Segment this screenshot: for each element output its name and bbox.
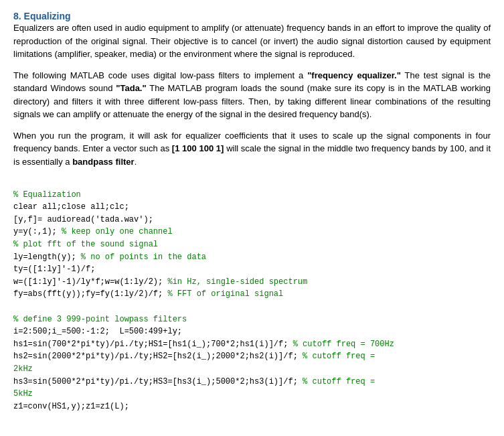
heading-text: 8. Equalizing [13,11,71,21]
code-line-10: % define 3 999-point lowpass filters [13,315,187,324]
code-line-1: % Equalization [13,190,81,200]
paragraph-3: When you run the program, it will ask fo… [13,129,491,169]
paragraph-2: The following MATLAB code uses digital l… [13,69,491,121]
code-line-15: z1=conv(HS1,y);z1=z1(L); [13,402,129,411]
code-line-7: ty=([1:ly]'-1)/f; [13,265,95,274]
code-line-4: y=y(:,1); % keep only one channel [13,227,173,236]
section-container: 8. Equalizing Equalizers are often used … [13,11,491,425]
code-line-6: ly=length(y); % no of points in the data [13,252,206,262]
code-line-13: hs2=sin(2000*2*pi*ty)/pi./ty;HS2=[hs2(i_… [13,352,375,374]
code-line-5: % plot fft of the sound signal [13,240,158,249]
code-line-8: w=([1:ly]'-1)/ly*f;w=w(1:ly/2); %in Hz, … [13,277,307,287]
code-line-9: fy=abs(fft(y));fy=fy(1:ly/2)/f; % FFT of… [13,289,283,299]
code-line-11: i=2:500;i_=500:-1:2; L=500:499+ly; [13,327,182,336]
code-line-3: [y,f]= audioread('tada.wav'); [13,215,153,224]
code-line-2: clear all;close all;clc; [13,202,129,212]
code-line-14: hs3=sin(5000*2*pi*ty)/pi./ty;HS3=[hs3(i_… [13,377,375,399]
code-block: % Equalization clear all;close all;clc; … [13,176,491,425]
code-line-12: hs1=sin(7‌00*2*pi*ty)/pi./ty;HS1=[hs1(i_… [13,340,394,349]
paragraph-1: Equalizers are often used in audio equip… [13,21,491,61]
section-heading: 8. Equalizing [13,11,491,21]
